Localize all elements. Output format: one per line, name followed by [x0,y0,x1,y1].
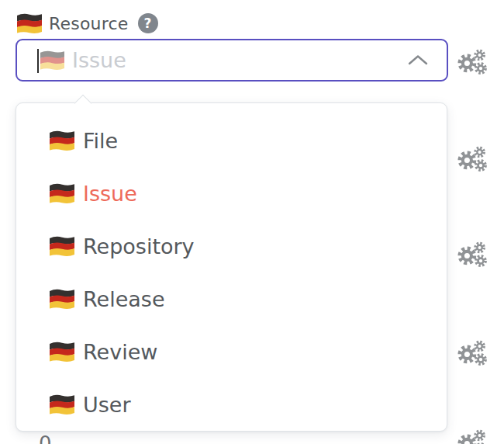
chevron-up-icon[interactable] [408,54,428,65]
dropdown-option-file[interactable]: File [16,114,447,167]
field-settings-gears-icon[interactable] [457,145,488,173]
text-caret [37,49,39,73]
help-icon[interactable]: ? [138,13,158,33]
germany-flag-icon [50,236,74,256]
germany-flag-icon [50,183,74,203]
field-settings-gears-icon[interactable] [457,428,488,444]
dropdown-option-list: File Issue Repository Release Review Use [16,114,447,431]
resource-field-region: Resource ? Issue 0 File Issue [0,0,504,444]
resource-dropdown-menu: File Issue Repository Release Review Use [16,102,447,432]
dropdown-option-user[interactable]: User [16,378,447,431]
option-label: Issue [83,182,137,206]
option-label: File [83,129,118,153]
dropdown-option-issue[interactable]: Issue [16,167,447,220]
combobox-placeholder: Issue [72,40,126,80]
germany-flag-icon [50,289,74,309]
germany-flag-icon [17,13,42,33]
germany-flag-icon [50,342,74,362]
dropdown-notch [74,95,92,113]
resource-combobox[interactable]: Issue [16,39,448,82]
option-label: Review [83,340,157,364]
dropdown-option-review[interactable]: Review [16,325,447,378]
germany-flag-icon [50,394,74,415]
background-field-value: 0 [39,432,52,444]
field-settings-gears-icon[interactable] [457,48,488,76]
option-label: User [83,393,131,417]
option-label: Repository [83,234,195,258]
dropdown-option-repository[interactable]: Repository [16,220,447,272]
field-label-text: Resource [49,14,129,33]
field-settings-gears-icon[interactable] [457,241,488,269]
option-label: Release [83,287,165,311]
germany-flag-icon [50,130,74,151]
germany-flag-icon [40,50,64,70]
resource-field-label: Resource ? [17,12,158,35]
field-settings-gears-icon[interactable] [457,339,488,367]
dropdown-option-release[interactable]: Release [16,272,447,325]
